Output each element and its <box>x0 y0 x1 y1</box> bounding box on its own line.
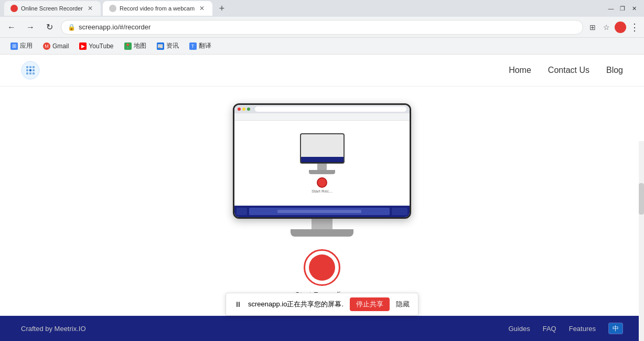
tab-online-recorder[interactable]: Online Screen Recorder ✕ <box>4 1 101 16</box>
address-bar-row: ← → ↻ 🔒 screenapp.io/#/recorder ⊞ ☆ ⋮ <box>0 17 644 38</box>
inner-bookmarks-bar <box>234 113 410 121</box>
monitor-screen: Start Rec... <box>234 105 410 217</box>
svg-rect-4 <box>26 69 28 71</box>
maps-favicon: 📍 <box>124 42 132 50</box>
tab-strip: Online Screen Recorder ✕ Record video fr… <box>4 1 605 16</box>
youtube-favicon: ▶ <box>79 42 87 50</box>
bookmark-news[interactable]: 📰 资讯 <box>153 40 183 52</box>
page-content: Home Contact Us Blog <box>0 55 644 341</box>
news-favicon: 📰 <box>157 42 164 50</box>
inner-active-window <box>249 208 390 215</box>
minimize-button[interactable]: — <box>607 5 615 12</box>
bookmark-news-label: 资讯 <box>166 41 179 50</box>
translate-favicon: T <box>189 42 197 50</box>
language-selector[interactable]: 中 <box>608 323 623 334</box>
new-tab-button[interactable]: + <box>214 1 229 16</box>
share-bar: ⏸ screenapp.io正在共享您的屏幕. 停止共享 隐藏 <box>226 293 418 316</box>
logo-icon <box>21 61 40 80</box>
home-link[interactable]: Home <box>509 66 531 75</box>
contact-link[interactable]: Contact Us <box>548 66 589 75</box>
nav-links: Home Contact Us Blog <box>509 66 623 75</box>
scrollbar-thumb[interactable] <box>639 183 644 215</box>
bookmark-translate[interactable]: T 翻译 <box>185 40 216 52</box>
bookmark-icon[interactable]: ☆ <box>601 22 611 33</box>
bookmark-maps[interactable]: 📍 地图 <box>120 40 151 52</box>
inner-monitor-screen <box>301 134 344 157</box>
inner-dot-yellow <box>242 108 245 111</box>
tab2-close[interactable]: ✕ <box>198 4 206 13</box>
browser-frame: Online Screen Recorder ✕ Record video fr… <box>0 0 644 341</box>
inner-taskbar <box>301 157 344 163</box>
inner-screen-content: Start Rec... <box>234 121 410 206</box>
inner-start-label: Start Rec... <box>312 189 332 194</box>
svg-rect-2 <box>29 66 31 68</box>
bookmarks-bar: ⊞ 应用 M Gmail ▶ YouTube 📍 地图 📰 资讯 T 翻译 <box>0 38 644 55</box>
toolbar-right: ⊞ ☆ ⋮ <box>587 22 640 33</box>
bookmark-apps-label: 应用 <box>20 41 33 50</box>
svg-rect-9 <box>33 72 35 74</box>
svg-rect-7 <box>26 72 28 74</box>
bookmark-maps-label: 地图 <box>134 41 146 50</box>
footer-faq[interactable]: FAQ <box>543 325 556 333</box>
stop-sharing-button[interactable]: 停止共享 <box>350 297 390 311</box>
inner-stand-neck <box>317 164 327 170</box>
apps-favicon: ⊞ <box>10 42 18 50</box>
record-section: Start Recording <box>295 249 349 299</box>
footer-links: Guides FAQ Features 中 <box>508 323 623 334</box>
monitor-stand-neck <box>312 219 332 229</box>
inner-window-title-bar <box>277 210 362 213</box>
address-text: screenapp.io/#/recorder <box>79 23 576 31</box>
bookmark-gmail-label: Gmail <box>52 42 69 50</box>
bookmark-apps[interactable]: ⊞ 应用 <box>6 40 37 52</box>
main-area: Start Rec... <box>0 87 644 316</box>
inner-browser-titlebar <box>234 105 410 113</box>
footer-features[interactable]: Features <box>569 325 596 333</box>
start-recording-button[interactable] <box>304 249 340 286</box>
hide-share-bar-button[interactable]: 隐藏 <box>396 300 410 309</box>
back-button[interactable]: ← <box>4 20 19 35</box>
blog-link[interactable]: Blog <box>606 66 623 75</box>
bookmark-gmail[interactable]: M Gmail <box>39 41 73 51</box>
svg-rect-3 <box>33 66 35 68</box>
bookmark-translate-label: 翻译 <box>199 41 211 50</box>
inner-monitor <box>300 133 345 164</box>
svg-rect-5 <box>29 69 31 71</box>
svg-rect-8 <box>29 72 31 74</box>
profile-avatar[interactable] <box>615 22 626 33</box>
inner-address-bar <box>255 106 406 112</box>
footer-crafted: Crafted by Meetrix.IO <box>21 325 86 333</box>
bookmark-youtube[interactable]: ▶ YouTube <box>75 41 117 51</box>
tab1-close[interactable]: ✕ <box>86 4 94 13</box>
record-btn-inner <box>309 254 335 281</box>
tab-webcam-recorder[interactable]: Record video from a webcam ✕ <box>103 1 212 16</box>
inner-dot-green <box>247 108 250 111</box>
site-logo[interactable] <box>21 61 40 80</box>
lock-icon: 🔒 <box>68 24 76 31</box>
close-button[interactable]: ✕ <box>630 5 638 12</box>
translate-icon[interactable]: ⊞ <box>587 22 598 33</box>
scrollbar[interactable] <box>639 141 644 341</box>
tab1-title: Online Screen Recorder <box>21 5 83 12</box>
tab1-favicon <box>10 5 18 12</box>
svg-rect-1 <box>26 66 28 68</box>
tab2-title: Record video from a webcam <box>120 5 195 12</box>
monitor-body: Start Rec... <box>233 103 411 219</box>
forward-button[interactable]: → <box>23 20 38 35</box>
inner-record-btn <box>317 177 327 188</box>
menu-button[interactable]: ⋮ <box>629 22 640 33</box>
footer-guides[interactable]: Guides <box>508 325 530 333</box>
inner-stand-base <box>309 170 335 174</box>
monitor-stand-base <box>291 229 353 237</box>
bookmark-youtube-label: YouTube <box>89 42 113 50</box>
site-footer: Crafted by Meetrix.IO Guides FAQ Feature… <box>0 316 644 341</box>
monitor-illustration: Start Rec... <box>233 103 411 237</box>
site-nav: Home Contact Us Blog <box>0 55 644 87</box>
address-box[interactable]: 🔒 screenapp.io/#/recorder <box>61 20 583 35</box>
inner-dot-red <box>238 108 241 111</box>
restore-button[interactable]: ❐ <box>619 5 626 12</box>
window-controls: — ❐ ✕ <box>607 5 640 12</box>
title-bar: Online Screen Recorder ✕ Record video fr… <box>0 0 644 17</box>
share-pause-icon[interactable]: ⏸ <box>234 300 242 308</box>
tab2-favicon <box>109 5 116 12</box>
reload-button[interactable]: ↻ <box>42 20 57 35</box>
